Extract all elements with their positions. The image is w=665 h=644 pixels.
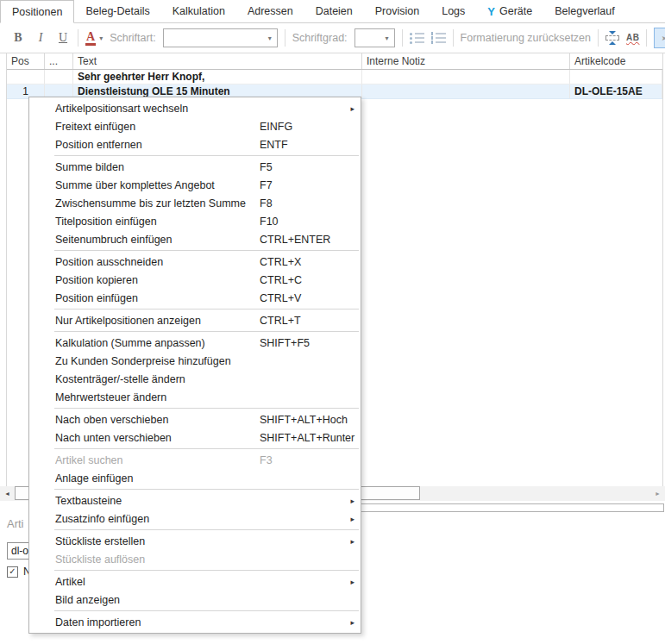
- toolbar-divider: [598, 29, 599, 47]
- underline-button[interactable]: U: [55, 28, 71, 47]
- menu-item[interactable]: Nur Artikelpositionen anzeigenCTRL+T: [29, 311, 361, 329]
- menu-item[interactable]: Zu Kunden Sonderpreise hinzufügen: [29, 352, 361, 370]
- menu-item[interactable]: Position kopierenCTRL+C: [29, 271, 361, 289]
- menu-item-label: Artikel: [55, 576, 260, 588]
- menu-item-shortcut: EINFG: [260, 121, 292, 133]
- submenu-arrow-icon: ▸: [350, 497, 354, 505]
- chevron-down-icon: ▾: [99, 34, 103, 42]
- table-body: Sehr geehrter Herr Knopf,1Dienstleistung…: [7, 70, 662, 99]
- menu-item-shortcut: SHIFT+ALT+Runter: [260, 432, 354, 444]
- menu-item[interactable]: Position entfernenENTF: [29, 135, 361, 153]
- menu-item-label: Bild anzeigen: [55, 594, 260, 606]
- menu-item[interactable]: Daten importieren▸: [29, 613, 361, 631]
- menu-item[interactable]: Kostenträger/-stelle ändern: [29, 370, 361, 388]
- menu-item-label: Nach oben verschieben: [55, 414, 260, 426]
- article-filter-checkbox-row: ✓ N: [7, 566, 31, 578]
- menu-item[interactable]: Zusatzinfo einfügen▸: [29, 510, 361, 528]
- schriftgrad-label: Schriftgrad:: [292, 32, 348, 44]
- menu-item-shortcut: F10: [260, 216, 279, 228]
- column-header-interne-notiz[interactable]: Interne Notiz: [362, 53, 570, 69]
- follow-arrow-toggle-button[interactable]: ➤ ➤: [654, 28, 665, 48]
- italic-button[interactable]: I: [33, 28, 48, 47]
- scroll-left-button[interactable]: ◄: [0, 486, 15, 501]
- tab-dateien[interactable]: Dateien: [304, 0, 364, 22]
- schriftgrad-select[interactable]: ▾: [354, 28, 395, 47]
- spellcheck-icon[interactable]: AB: [626, 33, 639, 44]
- table-row[interactable]: Sehr geehrter Herr Knopf,: [7, 70, 662, 84]
- menu-item-shortcut: CTRL+C: [260, 274, 302, 286]
- tab-label: Geräte: [499, 5, 532, 17]
- chevron-down-icon: ▾: [386, 34, 389, 42]
- menu-item[interactable]: Textbausteine▸: [29, 491, 361, 510]
- tab-belegverlauf[interactable]: Belegverlauf: [543, 0, 626, 22]
- toolbar-divider: [78, 29, 78, 47]
- column-header-pos[interactable]: Pos: [7, 53, 45, 69]
- menu-item-label: Position entfernen: [55, 139, 260, 151]
- cell-text: Sehr geehrter Herr Knopf,: [73, 70, 362, 84]
- menu-separator: [54, 408, 359, 409]
- font-color-button[interactable]: A ▾: [85, 31, 103, 46]
- column-header-dots[interactable]: ...: [45, 53, 73, 69]
- submenu-arrow-icon: ▸: [350, 104, 354, 113]
- menu-item-label: Position einfügen: [55, 292, 260, 304]
- menu-item-label: Mehrwertsteuer ändern: [55, 391, 260, 403]
- page-break-icon[interactable]: [605, 31, 619, 45]
- numbered-list-icon[interactable]: [431, 33, 446, 43]
- devices-icon: Y: [487, 5, 495, 18]
- menu-item[interactable]: Kalkulation (Summe anpassen)SHIFT+F5: [29, 334, 361, 352]
- menu-item[interactable]: Mehrwertsteuer ändern: [29, 388, 361, 406]
- bold-button[interactable]: B: [10, 28, 26, 47]
- menu-item[interactable]: Summe bildenF5: [29, 158, 361, 176]
- menu-item[interactable]: Bild anzeigen: [29, 591, 361, 609]
- scroll-right-button[interactable]: ►: [650, 486, 665, 501]
- menu-item-label: Artikel suchen: [55, 454, 260, 466]
- menu-item[interactable]: Artikelpositionsart wechseln▸: [29, 99, 361, 117]
- menu-item[interactable]: Summe über komplettes AngebotF7: [29, 176, 361, 194]
- menu-item-label: Anlage einfügen: [55, 472, 260, 485]
- menu-item-label: Stückliste erstellen: [55, 535, 260, 547]
- tab-beleg-details[interactable]: Beleg-Details: [74, 0, 160, 22]
- toolbar-divider: [402, 29, 403, 47]
- column-header-text[interactable]: Text: [73, 53, 362, 69]
- tab-label: Beleg-Details: [85, 5, 149, 17]
- menu-item[interactable]: Position ausschneidenCTRL+X: [29, 253, 361, 271]
- checkbox-checked[interactable]: ✓: [7, 566, 18, 578]
- menu-item[interactable]: Freitext einfügenEINFG: [29, 117, 361, 135]
- menu-item-shortcut: F3: [260, 454, 273, 466]
- menu-item-shortcut: CTRL+V: [260, 292, 301, 304]
- menu-item: Artikel suchenF3: [29, 451, 361, 469]
- menu-separator: [54, 309, 359, 309]
- menu-item[interactable]: Artikel▸: [29, 572, 361, 591]
- menu-item-shortcut: CTRL+X: [260, 256, 301, 268]
- menu-item[interactable]: Position einfügenCTRL+V: [29, 289, 361, 307]
- menu-item-shortcut: CTRL+ENTER: [260, 234, 330, 246]
- menu-item-shortcut: F8: [260, 197, 273, 209]
- menu-item-label: Stückliste auflösen: [55, 553, 260, 566]
- tab-geräte[interactable]: YGeräte: [476, 0, 543, 22]
- tab-adressen[interactable]: Adressen: [236, 0, 304, 22]
- tab-provision[interactable]: Provision: [364, 0, 430, 22]
- menu-item[interactable]: Zwischensumme bis zur letzten SummeF8: [29, 194, 361, 212]
- schriftart-select[interactable]: ▾: [163, 28, 278, 47]
- tab-positionen[interactable]: Positionen: [0, 0, 74, 23]
- menu-separator: [54, 448, 359, 449]
- column-header-artikelcode[interactable]: Artikelcode: [570, 53, 662, 69]
- menu-item[interactable]: Nach oben verschiebenSHIFT+ALT+Hoch: [29, 410, 361, 428]
- menu-item[interactable]: Titelposition einfügenF10: [29, 212, 361, 230]
- menu-item[interactable]: Nach unten verschiebenSHIFT+ALT+Runter: [29, 428, 361, 447]
- tab-kalkulation[interactable]: Kalkulation: [161, 0, 236, 22]
- font-color-a-icon: A: [85, 31, 96, 46]
- tab-label: Adressen: [248, 5, 293, 17]
- menu-item-label: Kalkulation (Summe anpassen): [55, 337, 260, 349]
- menu-item[interactable]: Seitenumbruch einfügenCTRL+ENTER: [29, 230, 361, 248]
- reset-formatting-button[interactable]: Formatierung zurücksetzen: [461, 32, 591, 44]
- menu-item-label: Position kopieren: [55, 274, 260, 286]
- table-header: Pos ... Text Interne Notiz Artikelcode: [7, 53, 662, 70]
- menu-item[interactable]: Anlage einfügen: [29, 469, 361, 487]
- menu-item[interactable]: Stückliste erstellen▸: [29, 532, 361, 550]
- bullet-list-icon[interactable]: [410, 33, 424, 43]
- menu-item-label: Position ausschneiden: [55, 256, 260, 268]
- cell-artikelcode: [570, 70, 662, 84]
- tab-logs[interactable]: Logs: [430, 0, 476, 22]
- menu-item-shortcut: F7: [260, 179, 273, 191]
